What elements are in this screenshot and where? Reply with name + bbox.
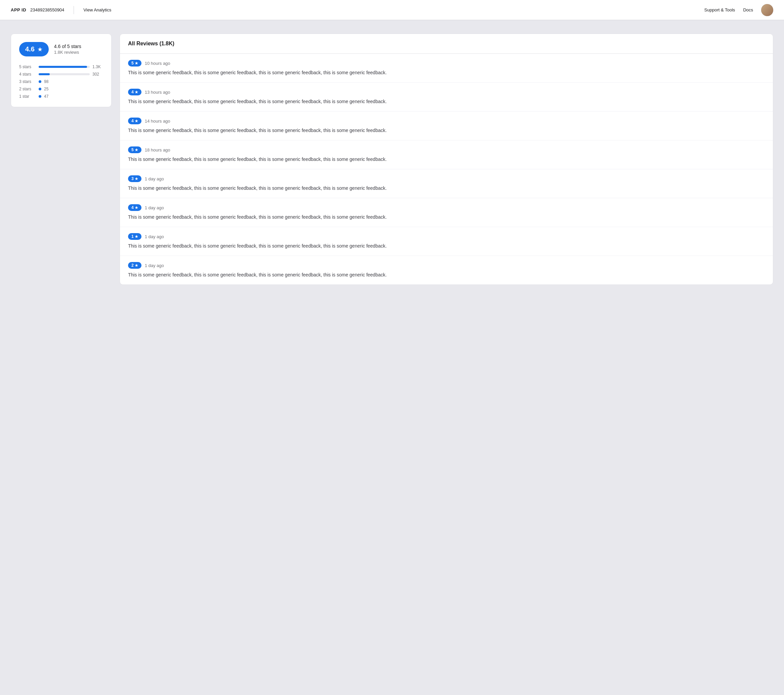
review-time: 10 hours ago — [145, 61, 170, 66]
review-star-badge: 2★ — [128, 262, 142, 269]
bar-dot — [39, 80, 41, 83]
review-item: 1★1 day agoThis is some generic feedback… — [120, 227, 773, 256]
review-meta: 4★14 hours ago — [128, 118, 765, 124]
star-icon: ★ — [135, 61, 138, 66]
bar-count: 25 — [44, 87, 55, 91]
star-icon: ★ — [135, 235, 138, 239]
rating-card: 4.6 ★ 4.6 of 5 stars 1.8K reviews 5 star… — [11, 34, 112, 107]
review-text: This is some generic feedback, this is s… — [128, 69, 765, 76]
review-time: 1 day ago — [145, 205, 164, 210]
review-meta: 4★13 hours ago — [128, 89, 765, 95]
star-bar-label: 1 star — [19, 94, 36, 99]
review-meta: 2★1 day ago — [128, 262, 765, 269]
review-meta: 5★18 hours ago — [128, 146, 765, 153]
review-meta: 4★1 day ago — [128, 204, 765, 211]
support-tools-link[interactable]: Support & Tools — [704, 7, 735, 12]
star-bar-row: 3 stars98 — [19, 79, 103, 84]
review-star-badge: 1★ — [128, 233, 142, 240]
star-bar-label: 5 stars — [19, 64, 36, 69]
rating-text: 4.6 of 5 stars 1.8K reviews — [54, 44, 81, 55]
star-bar-row: 5 stars1.3K — [19, 64, 103, 69]
review-time: 1 day ago — [145, 176, 164, 181]
reviews-panel: All Reviews (1.8K) 5★10 hours agoThis is… — [120, 34, 773, 285]
review-star-badge: 3★ — [128, 175, 142, 182]
star-icon: ★ — [135, 148, 138, 152]
bar-count: 1.3K — [92, 64, 103, 69]
bar-fill — [39, 73, 50, 75]
rating-of-stars: 4.6 of 5 stars — [54, 44, 81, 49]
star-icon: ★ — [135, 119, 138, 123]
review-text: This is some generic feedback, this is s… — [128, 243, 765, 250]
star-bar-row: 2 stars25 — [19, 87, 103, 91]
review-item: 4★1 day agoThis is some generic feedback… — [120, 198, 773, 227]
review-text: This is some generic feedback, this is s… — [128, 271, 765, 278]
rating-score: 4.6 — [25, 45, 35, 53]
review-time: 14 hours ago — [145, 118, 170, 123]
review-meta: 1★1 day ago — [128, 233, 765, 240]
reviews-list: 5★10 hours agoThis is some generic feedb… — [120, 54, 773, 284]
review-star-badge: 4★ — [128, 118, 142, 124]
avatar-image — [761, 4, 773, 16]
header-right: Support & Tools Docs — [704, 4, 773, 16]
bar-dot — [39, 88, 41, 90]
header: APP ID 23489238550904 View Analytics Sup… — [0, 0, 784, 20]
rating-badge: 4.6 ★ — [19, 42, 49, 56]
review-meta: 5★10 hours ago — [128, 60, 765, 67]
bar-count: 47 — [44, 94, 55, 99]
review-text: This is some generic feedback, this is s… — [128, 214, 765, 221]
review-text: This is some generic feedback, this is s… — [128, 185, 765, 192]
bar-container — [39, 73, 90, 75]
review-text: This is some generic feedback, this is s… — [128, 127, 765, 134]
star-bar-label: 4 stars — [19, 72, 36, 77]
review-text: This is some generic feedback, this is s… — [128, 98, 765, 105]
review-time: 18 hours ago — [145, 148, 170, 153]
star-bars: 5 stars1.3K4 stars3023 stars982 stars251… — [19, 64, 103, 99]
bar-dot — [39, 95, 41, 98]
rating-star-icon: ★ — [37, 46, 43, 53]
bar-count: 98 — [44, 79, 55, 84]
header-divider — [74, 6, 74, 14]
review-item: 5★18 hours agoThis is some generic feedb… — [120, 140, 773, 169]
review-star-badge: 4★ — [128, 89, 142, 95]
star-icon: ★ — [135, 90, 138, 94]
rating-summary: 4.6 ★ 4.6 of 5 stars 1.8K reviews — [19, 42, 103, 56]
view-analytics-link[interactable]: View Analytics — [83, 7, 111, 12]
star-icon: ★ — [135, 205, 138, 210]
star-icon: ★ — [135, 263, 138, 268]
star-bar-label: 3 stars — [19, 79, 36, 84]
reviews-header: All Reviews (1.8K) — [120, 34, 773, 54]
review-item: 4★13 hours agoThis is some generic feedb… — [120, 83, 773, 112]
star-bar-label: 2 stars — [19, 87, 36, 91]
review-time: 1 day ago — [145, 234, 164, 239]
docs-link[interactable]: Docs — [743, 7, 753, 12]
review-time: 1 day ago — [145, 263, 164, 268]
review-item: 2★1 day agoThis is some generic feedback… — [120, 256, 773, 284]
bar-count: 302 — [92, 72, 103, 77]
main-content: 4.6 ★ 4.6 of 5 stars 1.8K reviews 5 star… — [0, 20, 784, 298]
star-icon: ★ — [135, 177, 138, 181]
star-bar-row: 1 star47 — [19, 94, 103, 99]
review-star-badge: 5★ — [128, 60, 142, 67]
app-id-value: 23489238550904 — [30, 7, 64, 12]
review-star-badge: 4★ — [128, 204, 142, 211]
reviews-title: All Reviews (1.8K) — [128, 41, 175, 46]
app-id-label: APP ID — [11, 7, 26, 12]
header-left: APP ID 23489238550904 View Analytics — [11, 6, 111, 14]
review-item: 5★10 hours agoThis is some generic feedb… — [120, 54, 773, 83]
bar-fill — [39, 66, 87, 68]
avatar[interactable] — [761, 4, 773, 16]
review-star-badge: 5★ — [128, 146, 142, 153]
review-item: 3★1 day agoThis is some generic feedback… — [120, 169, 773, 198]
star-bar-row: 4 stars302 — [19, 72, 103, 77]
review-text: This is some generic feedback, this is s… — [128, 156, 765, 163]
rating-review-count: 1.8K reviews — [54, 50, 81, 55]
review-meta: 3★1 day ago — [128, 175, 765, 182]
review-item: 4★14 hours agoThis is some generic feedb… — [120, 112, 773, 140]
bar-container — [39, 66, 90, 68]
review-time: 13 hours ago — [145, 90, 170, 95]
